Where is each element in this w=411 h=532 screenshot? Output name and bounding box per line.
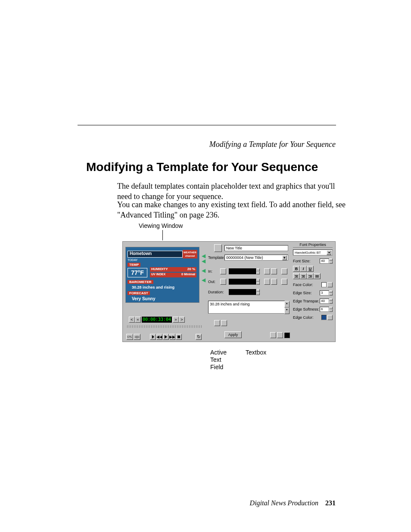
edge-trans-input[interactable]: 40 [320,299,329,304]
title-name-input[interactable] [224,245,288,251]
bottom-right-buttons [270,332,290,338]
grid-button[interactable] [277,332,283,338]
align-center-button[interactable] [300,273,307,279]
template-select[interactable]: 00000004 (New Title)▾ [224,255,288,261]
face-color-label: Face Color: [293,283,313,287]
color-preset-button[interactable] [214,320,220,326]
uv-row: UV INDEX0 Minimal [150,273,196,277]
out-opt3-button[interactable] [281,279,287,285]
loop-button[interactable]: ↻ [196,334,202,340]
play-in-button[interactable] [150,334,156,340]
edge-trans-spinner[interactable] [329,299,333,304]
font-size-input[interactable]: 40 [320,258,329,264]
textbox-scrollbar[interactable]: ▴▾ [284,301,290,314]
edge-size-input[interactable]: 3 [320,290,329,296]
fastfwd-button[interactable]: » [173,317,179,323]
edge-size-label: Edge Size: [293,291,312,295]
in-label: In: [208,269,212,274]
timecode-display: 00:00:33:04 [142,317,172,323]
mark-in-button[interactable] [220,268,226,274]
stop-button[interactable] [176,334,182,340]
transport-controls: CTL +0+ ◀◀ ▶▶ [126,334,182,340]
rewind-button[interactable]: « [135,317,141,323]
forecast-label: FORECAST [128,291,150,295]
out-timecode-field[interactable] [229,279,256,285]
template-label: Template: [208,255,225,260]
out-opt2-button[interactable] [271,279,277,285]
duration-spinner[interactable] [256,289,260,295]
in-opt2-button[interactable] [271,268,277,274]
text-tool-button[interactable] [221,320,227,326]
italic-button[interactable]: I [300,266,307,272]
align-right-button[interactable] [307,273,314,279]
rewind-button[interactable]: ◀◀ [156,334,162,340]
underline-button[interactable]: U [307,266,314,272]
font-props-heading: Font Properties [293,243,333,248]
temp-value: 77°F [128,268,147,277]
in-timecode-field[interactable] [229,268,256,274]
font-size-label: Font Size: [293,259,311,263]
edge-soft-spinner[interactable] [329,307,333,312]
mark-out-button[interactable] [220,279,226,285]
viewer-today: TODAY [128,258,137,261]
edge-soft-label: Edge Softness: [293,307,319,311]
align-left-button[interactable] [293,273,300,279]
style-buttons: B I U [293,266,333,272]
step-fwd-button[interactable]: > [179,317,185,323]
align-buttons [293,273,333,279]
out-spinner[interactable] [256,279,260,285]
body-para-1: The default templates contain placeholde… [117,181,350,202]
align-justify-button[interactable] [314,273,321,279]
viewer-location: Hometown [128,251,183,258]
body-para-2: You can make changes to any existing tex… [117,199,350,221]
page-title: Modifying a Template for Your Sequence [86,160,318,174]
temp-label: TEMP [128,263,140,267]
callout-active-text-field: Active Text Field [210,349,227,370]
edge-color-picker-button[interactable] [327,315,333,320]
chevron-down-icon: ▾ [282,255,287,260]
timecode-controls: < « 00:00:33:04 » > [129,317,185,323]
rule [78,125,336,125]
bold-button[interactable]: B [293,266,300,272]
play-button[interactable] [163,334,169,340]
ff-button[interactable]: ▶▶ [169,334,175,340]
viewing-window[interactable]: Hometown WEATHER channel TODAY TEMP 77°F… [125,247,199,303]
apply-button[interactable]: Apply [224,331,242,338]
titler-window: ◀ ◀ ◀ ◀ Hometown WEATHER channel TODAY T… [122,241,336,342]
shuttle-button[interactable]: +0+ [134,334,140,340]
active-text-field[interactable]: 30.28 inches and rising ▴▾ [208,301,285,314]
marker-dot-icon: ◀ [202,258,206,264]
title-icon-button[interactable] [214,244,222,252]
weather-logo: WEATHER channel [183,250,197,258]
font-size-spinner[interactable] [329,258,333,264]
in-opt1-button[interactable] [264,268,270,274]
chevron-down-icon: ▾ [327,250,331,255]
in-opt3-button[interactable] [281,268,287,274]
in-spinner[interactable] [256,268,260,274]
humidity-row: HUMIDITY20 % [150,267,196,272]
edge-soft-input[interactable]: 6 [320,307,329,312]
duration-field[interactable] [229,289,256,295]
face-color-swatch[interactable] [321,282,327,287]
face-color-picker-button[interactable] [327,282,333,287]
safe-area-button[interactable] [270,332,276,338]
forecast-value: Very Sunny [132,296,155,301]
ctl-button[interactable]: CTL [126,334,133,340]
edge-size-spinner[interactable] [329,290,333,296]
barometer-label: BAROMETER [128,280,153,284]
barometer-value: 30.28 inches and rising [132,285,174,289]
step-back-button[interactable]: < [129,317,135,323]
font-family-select[interactable]: HandelGothic BT▾ [293,249,333,255]
title-properties-panel: Template: 00000004 (New Title)▾ In: Out:… [207,243,290,340]
out-label: Out: [208,280,215,284]
timeline-ruler[interactable] [127,325,202,328]
callout-line [162,230,163,240]
out-opt1-button[interactable] [264,279,270,285]
bg-toggle-button[interactable] [284,332,290,338]
callout-viewing-window: Viewing Window [139,222,183,229]
edge-color-swatch[interactable] [321,315,327,320]
marker-dot-icon: ◀ [202,268,206,274]
edge-color-label: Edge Color: [293,315,314,320]
running-head: Modifying a Template for Your Sequence [209,140,336,149]
font-properties-panel: Font Properties HandelGothic BT▾ Font Si… [293,243,333,339]
